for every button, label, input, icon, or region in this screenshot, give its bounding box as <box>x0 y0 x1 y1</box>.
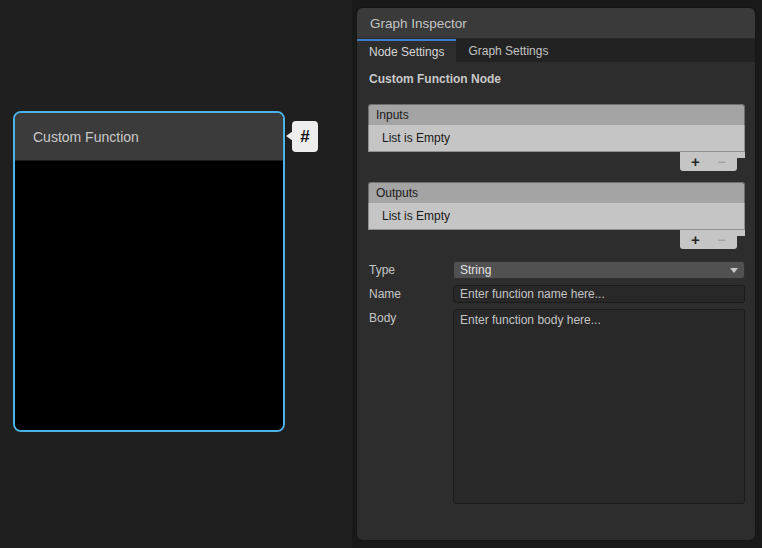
inputs-list-footer: + − <box>368 152 745 171</box>
tab-node-settings-label: Node Settings <box>369 45 444 59</box>
function-name-input[interactable] <box>453 285 745 303</box>
inputs-remove-button[interactable]: − <box>711 153 733 170</box>
inputs-list-header-label: Inputs <box>376 108 409 122</box>
function-body-textarea[interactable] <box>453 309 745 504</box>
type-dropdown-value: String <box>460 263 491 277</box>
hash-badge-icon[interactable]: # <box>292 121 318 152</box>
inspector-titlebar[interactable]: Graph Inspector <box>357 8 755 39</box>
inputs-footer-buttons: + − <box>680 152 737 171</box>
graph-canvas[interactable]: Custom Function # <box>0 0 352 548</box>
tab-graph-settings[interactable]: Graph Settings <box>456 39 560 62</box>
tab-graph-settings-label: Graph Settings <box>468 44 548 58</box>
outputs-remove-button[interactable]: − <box>711 231 733 248</box>
inputs-add-button[interactable]: + <box>684 153 706 170</box>
outputs-footer-buttons: + − <box>680 230 737 249</box>
outputs-list: Outputs List is Empty + − <box>368 182 745 249</box>
outputs-add-button[interactable]: + <box>684 231 706 248</box>
node-preview-body <box>15 161 283 432</box>
type-field-row: Type String <box>369 261 745 279</box>
hash-badge-glyph: # <box>300 127 309 147</box>
chevron-down-icon <box>730 268 738 273</box>
outputs-list-header: Outputs <box>368 182 745 203</box>
node-title: Custom Function <box>33 129 139 145</box>
type-dropdown[interactable]: String <box>453 261 745 279</box>
inputs-list-empty-row: List is Empty <box>368 125 745 152</box>
inputs-list: Inputs List is Empty + − <box>368 104 745 171</box>
inputs-empty-label: List is Empty <box>382 131 450 145</box>
type-label: Type <box>369 263 453 277</box>
tab-node-settings[interactable]: Node Settings <box>357 39 456 62</box>
node-settings-fields: Type String Name Body <box>357 261 755 504</box>
inputs-footer-notch <box>737 152 745 158</box>
graph-inspector-panel: Graph Inspector Node Settings Graph Sett… <box>357 8 755 540</box>
inspector-tab-bar: Node Settings Graph Settings <box>357 39 755 62</box>
outputs-list-header-label: Outputs <box>376 186 418 200</box>
inspector-title: Graph Inspector <box>370 16 467 31</box>
outputs-empty-label: List is Empty <box>382 209 450 223</box>
inputs-list-header: Inputs <box>368 104 745 125</box>
outputs-list-footer: + − <box>368 230 745 249</box>
name-field-row: Name <box>369 285 745 303</box>
custom-function-node[interactable]: Custom Function <box>13 111 285 432</box>
body-field-row: Body <box>369 309 745 504</box>
node-header[interactable]: Custom Function <box>15 113 283 161</box>
name-label: Name <box>369 287 453 301</box>
body-label: Body <box>369 311 453 325</box>
outputs-list-empty-row: List is Empty <box>368 203 745 230</box>
outputs-footer-notch <box>737 230 745 236</box>
section-heading: Custom Function Node <box>369 72 743 86</box>
